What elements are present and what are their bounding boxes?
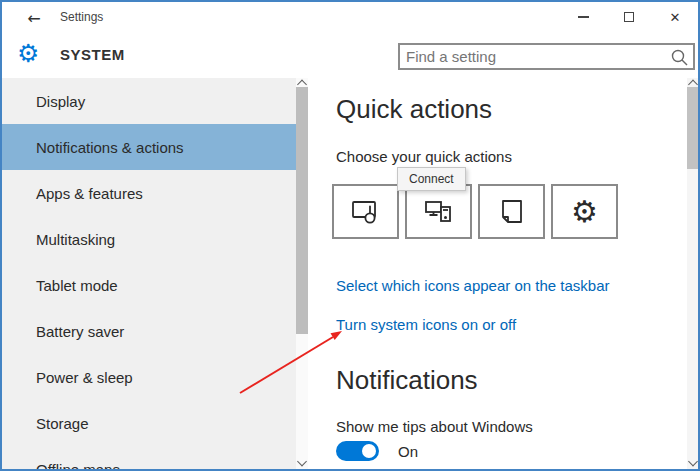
connect-icon [421, 196, 457, 228]
sidebar-item-label: Apps & features [36, 185, 143, 202]
window-controls: ✕ [560, 2, 698, 32]
quick-action-note-button[interactable] [478, 184, 545, 239]
main-panel [308, 78, 698, 469]
quick-actions-heading: Quick actions [336, 94, 492, 125]
sidebar: Display Notifications & actions Apps & f… [2, 78, 296, 469]
back-arrow-icon: ← [27, 9, 40, 28]
sidebar-item-apps-features[interactable]: Apps & features [2, 170, 296, 216]
sidebar-item-label: Offline maps [36, 461, 120, 470]
minimize-button[interactable] [560, 2, 606, 32]
quick-action-connect-button[interactable] [405, 184, 472, 239]
quick-action-tablet-mode-button[interactable] [332, 184, 399, 239]
minimize-icon [578, 16, 589, 18]
sidebar-item-label: Storage [36, 415, 89, 432]
sidebar-item-power-sleep[interactable]: Power & sleep [2, 354, 296, 400]
settings-window: ← Settings ✕ ⚙ SYSTEM Display Notificati… [0, 0, 700, 471]
search-box [398, 43, 695, 70]
choose-quick-actions-label: Choose your quick actions [336, 148, 512, 165]
select-taskbar-icons-link[interactable]: Select which icons appear on the taskbar [336, 277, 610, 294]
sidebar-scrollbar-thumb[interactable] [296, 87, 308, 334]
sidebar-item-battery-saver[interactable]: Battery saver [2, 308, 296, 354]
sidebar-item-notifications-actions[interactable]: Notifications & actions [2, 124, 296, 170]
sidebar-item-label: Power & sleep [36, 369, 133, 386]
sidebar-item-tablet-mode[interactable]: Tablet mode [2, 262, 296, 308]
scroll-down-icon[interactable] [297, 457, 307, 467]
show-tips-toggle[interactable] [336, 441, 379, 461]
close-button[interactable]: ✕ [652, 2, 698, 32]
sidebar-item-offline-maps[interactable]: Offline maps [2, 446, 296, 469]
note-icon [495, 196, 529, 228]
main-scrollbar-thumb[interactable] [687, 87, 698, 169]
window-title: Settings [60, 10, 103, 24]
sidebar-item-display[interactable]: Display [2, 78, 296, 124]
toggle-knob [362, 444, 376, 458]
maximize-button[interactable] [606, 2, 652, 32]
sidebar-item-multitasking[interactable]: Multitasking [2, 216, 296, 262]
settings-gear-icon: ⚙ [571, 197, 598, 227]
sidebar-item-label: Display [36, 93, 85, 110]
back-button[interactable]: ← [20, 6, 48, 30]
sidebar-item-storage[interactable]: Storage [2, 400, 296, 446]
sidebar-item-label: Multitasking [36, 231, 115, 248]
turn-system-icons-link[interactable]: Turn system icons on or off [336, 316, 516, 333]
search-icon [669, 47, 691, 67]
sidebar-item-label: Battery saver [36, 323, 124, 340]
system-gear-icon: ⚙ [17, 40, 39, 68]
sidebar-item-label: Notifications & actions [36, 139, 184, 156]
titlebar: ← Settings ✕ [2, 2, 698, 34]
main-scrollbar[interactable] [687, 78, 698, 469]
page-title: SYSTEM [60, 46, 125, 63]
search-input[interactable] [400, 48, 669, 65]
tablet-mode-icon [348, 196, 384, 228]
sidebar-scrollbar[interactable] [296, 78, 308, 469]
quick-action-all-settings-button[interactable]: ⚙ [551, 184, 618, 239]
connect-tooltip: Connect [397, 167, 466, 191]
show-tips-label: Show me tips about Windows [336, 418, 533, 435]
sidebar-item-label: Tablet mode [36, 277, 118, 294]
quick-action-buttons: ⚙ [332, 184, 618, 239]
notifications-heading: Notifications [336, 365, 478, 396]
close-icon: ✕ [670, 10, 681, 25]
toggle-state-label: On [398, 443, 418, 460]
scroll-down-icon[interactable] [688, 457, 698, 467]
maximize-icon [624, 12, 634, 22]
